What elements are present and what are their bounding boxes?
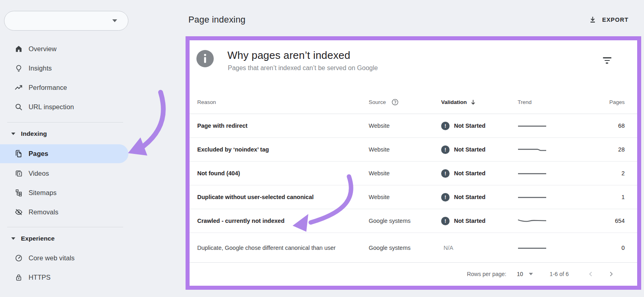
table-row[interactable]: Duplicate, Google chose different canoni… [190, 233, 637, 263]
pages-cell: 28 [578, 146, 637, 153]
pages-cell: 0 [578, 245, 637, 251]
validation-cell: ! Not Started [441, 193, 518, 201]
validation-cell: ! Not Started [441, 217, 518, 225]
sidebar-section-indexing[interactable]: Indexing [0, 124, 128, 143]
sidebar-item-sitemaps[interactable]: Sitemaps [0, 183, 128, 202]
sort-arrow-down-icon [470, 99, 477, 106]
source-cell: Google systems [369, 218, 441, 224]
sidebar-item-label: Overview [29, 45, 57, 53]
next-page-button[interactable] [607, 270, 615, 278]
table-row[interactable]: Page with redirect Website ! Not Started… [190, 114, 637, 138]
lock-icon [14, 273, 23, 282]
sidebar-item-insights[interactable]: Insights [0, 58, 128, 78]
sidebar-item-label: Removals [29, 208, 58, 216]
table-row[interactable]: Crawled - currently not indexed Google s… [190, 209, 637, 233]
chevron-down-icon [11, 237, 15, 240]
exclamation-badge-icon: ! [441, 169, 450, 178]
search-icon [14, 102, 23, 111]
reason-cell: Duplicate without user-selected canonica… [190, 194, 369, 200]
reason-cell: Page with redirect [190, 123, 369, 129]
home-icon [14, 44, 23, 53]
trending-up-icon [14, 83, 23, 92]
sidebar-item-label: Sitemaps [29, 189, 57, 197]
rows-per-page-label: Rows per page: [467, 271, 506, 277]
sidebar-item-pages[interactable]: Pages [0, 144, 128, 163]
trend-sparkline [518, 193, 578, 201]
sidebar-item-label: Pages [29, 150, 48, 158]
sidebar-item-core-web-vitals[interactable]: Core web vitals [0, 248, 128, 268]
card-subtitle: Pages that aren’t indexed can’t be serve… [228, 64, 378, 72]
rows-per-page-select[interactable]: 10 [517, 271, 533, 277]
column-header-reason[interactable]: Reason [190, 99, 369, 105]
source-cell: Google systems [369, 245, 441, 251]
column-header-trend[interactable]: Trend [518, 99, 578, 105]
validation-cell: ! Not Started [441, 122, 518, 130]
sidebar-item-label: URL inspection [29, 103, 74, 111]
sidebar-divider [7, 227, 123, 227]
sidebar-divider [7, 122, 123, 123]
pages-cell: 68 [578, 123, 637, 129]
exclamation-badge-icon: ! [441, 145, 450, 154]
trend-sparkline [518, 122, 578, 130]
sidebar-item-performance[interactable]: Performance [0, 78, 128, 97]
reason-cell: Duplicate, Google chose different canoni… [190, 245, 369, 251]
table-header-row: Reason Source Validation [190, 91, 637, 114]
source-cell: Website [369, 194, 441, 200]
sidebar-item-removals[interactable]: Removals [0, 202, 128, 222]
sidebar-item-label: Videos [29, 170, 49, 177]
pages-cell: 2 [578, 170, 637, 177]
pages-icon [14, 150, 23, 158]
reason-cell: Not found (404) [190, 170, 369, 177]
filter-icon[interactable] [601, 55, 613, 66]
source-cell: Website [369, 123, 441, 129]
pagination-range: 1-6 of 6 [550, 271, 569, 277]
visibility-off-icon [14, 208, 23, 216]
validation-cell: N/A [441, 245, 518, 251]
table-footer: Rows per page: 10 1-6 of 6 [190, 263, 637, 285]
sidebar-item-overview[interactable]: Overview [0, 39, 128, 58]
column-header-source[interactable]: Source [369, 98, 441, 106]
why-pages-arent-indexed-card: Why pages aren’t indexed Pages that aren… [190, 40, 637, 286]
sidebar-item-label: Insights [29, 64, 52, 72]
pages-cell: 654 [578, 218, 637, 224]
exclamation-badge-icon: ! [441, 122, 450, 130]
table-row[interactable]: Excluded by ‘noindex’ tag Website ! Not … [190, 138, 637, 162]
sidebar-item-https[interactable]: HTTPS [0, 268, 128, 287]
speedometer-icon [14, 253, 23, 262]
table-row[interactable]: Duplicate without user-selected canonica… [190, 185, 637, 209]
card-title: Why pages aren’t indexed [227, 49, 350, 62]
trend-sparkline [518, 244, 578, 252]
annotation-frame: Why pages aren’t indexed Pages that aren… [186, 36, 641, 290]
source-cell: Website [369, 146, 441, 153]
table-row[interactable]: Not found (404) Website ! Not Started 2 [190, 162, 637, 185]
reason-cell: Excluded by ‘noindex’ tag [190, 146, 369, 153]
sidebar-section-label: Experience [21, 235, 55, 242]
property-selector[interactable] [4, 11, 128, 31]
info-icon [196, 50, 214, 67]
videos-icon [14, 169, 23, 178]
sidebar-item-label: Performance [29, 84, 67, 91]
exclamation-badge-icon: ! [441, 217, 450, 225]
sidebar-item-videos[interactable]: Videos [0, 164, 128, 183]
chevron-down-icon [529, 273, 533, 275]
trend-sparkline [518, 145, 578, 154]
export-button[interactable]: EXPORT [588, 13, 629, 27]
chevron-down-icon [112, 19, 117, 22]
validation-cell: ! Not Started [441, 169, 518, 178]
sidebar-section-experience[interactable]: Experience [0, 229, 128, 248]
sidebar-item-url-inspection[interactable]: URL inspection [0, 97, 128, 116]
column-header-pages[interactable]: Pages [578, 99, 637, 105]
card-header: Why pages aren’t indexed Pages that aren… [190, 40, 637, 91]
exclamation-badge-icon: ! [441, 193, 450, 201]
sidebar-section-label: Indexing [21, 130, 47, 137]
export-label: EXPORT [602, 17, 629, 23]
page-title: Page indexing [188, 15, 246, 25]
reason-cell: Crawled - currently not indexed [190, 218, 369, 224]
help-icon[interactable] [391, 98, 399, 106]
lightbulb-icon [14, 64, 23, 73]
previous-page-button[interactable] [587, 270, 594, 278]
chevron-down-icon [11, 133, 15, 135]
download-icon [588, 15, 597, 24]
sitemaps-icon [14, 188, 23, 197]
column-header-validation[interactable]: Validation [441, 99, 518, 106]
